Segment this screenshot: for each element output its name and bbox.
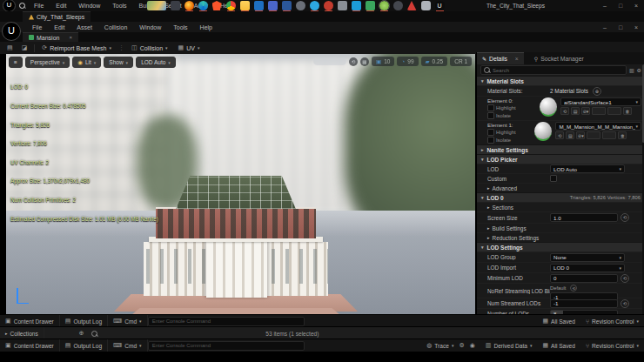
overlay-circle-icon[interactable]: ⟲ [349,57,358,66]
collections-expander[interactable]: ▸Collections [0,327,44,339]
editor-revision-control-button[interactable]: ⑂Revision Control▾ [580,318,644,325]
settings-gear-icon[interactable] [393,1,403,10]
tab-asset-mansion[interactable]: Mansion × [23,32,78,43]
tab-details[interactable]: ✎ Details × [477,52,524,64]
main-cmd-button[interactable]: ⌨Cmd▾ [108,339,148,352]
editor-maximize-button[interactable]: □ [613,24,628,30]
element-1-world-icon[interactable]: ⊘▾ [576,131,585,139]
display-filter-icon[interactable]: ▥ [629,67,634,73]
main-revision-control-button[interactable]: ⑂Revision Control▾ [580,343,644,349]
section-nanite-settings[interactable]: ▸Nanite Settings [477,144,644,154]
reimport-caret-icon[interactable]: ▾ [109,45,111,50]
red-c-app-icon[interactable] [324,1,333,10]
element-0-material-dropdown[interactable]: aiStandardSurface1▾ [560,97,641,106]
sections-row[interactable]: ▸Sections [477,202,644,211]
element-1-delete-icon[interactable]: 🗑 [618,131,627,139]
mansion-static-mesh[interactable] [126,176,344,314]
element-1-material-thumbnail[interactable] [534,122,552,141]
section-lod-settings[interactable]: ▾LOD Settings [477,242,644,251]
editor-content-drawer-button[interactable]: ▣Content Drawer [0,315,60,327]
task-view-icon[interactable] [171,1,180,10]
editor-all-saved-button[interactable]: ▦All Saved [537,318,580,325]
overlay-stat-4[interactable]: CR 1 [450,57,472,66]
uv-menu-button[interactable]: ▦ UV ▾ [178,44,200,51]
viewport[interactable]: ≡ Perspective▾ ◉Lit▾ Show▾ LOD Auto▾ ⟲ ▦… [6,54,475,314]
perspective-button[interactable]: Perspective▾ [25,57,70,68]
element-1-isolate-checkbox[interactable] [487,137,494,144]
editor-menu-help[interactable]: Help [194,24,218,30]
element-0-material-thumbnail[interactable] [540,97,557,117]
overlay-pill[interactable] [313,57,346,65]
maya-icon[interactable] [352,1,361,10]
editor-menu-window[interactable]: Window [133,24,167,30]
main-output-log-button[interactable]: ▤Output Log [60,339,108,352]
green-m-app-icon[interactable] [366,1,375,10]
maximize-button[interactable]: □ [613,3,628,9]
lod-auto-button[interactable]: LOD Auto▾ [136,57,176,68]
main-console-input[interactable]: Enter Console Command [148,341,305,351]
editor-output-log-button[interactable]: ▤Output Log [60,315,108,327]
material-slots-add-icon[interactable]: ⊕ [593,87,601,96]
chrome-icon[interactable] [226,1,236,10]
reimport-base-mesh-button[interactable]: ⟳ Reimport Base Mesh ▾ [42,44,111,51]
steam-icon[interactable] [296,1,305,10]
firefox-icon[interactable] [184,1,194,10]
menu-tools[interactable]: Tools [106,3,132,9]
unreal-taskbar-icon[interactable]: U [435,1,445,10]
editor-close-button[interactable]: × [628,24,644,30]
overlay-grid-icon[interactable]: ▦ [360,57,369,66]
element-1-highlight-checkbox[interactable] [487,129,494,136]
element-1-material-dropdown[interactable]: M_M_Mansion_M_M_Mansion_▾ [555,122,641,131]
chat-app-icon[interactable] [421,1,431,10]
browse-to-asset-icon[interactable]: ◪ [22,44,28,51]
main-content-drawer-button[interactable]: ▣Content Drawer [0,339,60,352]
collections-add-icon[interactable]: ⊕ [79,330,84,337]
collections-search-icon[interactable] [91,331,97,337]
build-settings-row[interactable]: ▸Build Settings [477,223,644,232]
minimum-lod-reset-icon[interactable]: ⟲ [621,274,629,283]
tab-socket-manager[interactable]: ⚲ Socket Manager [529,53,589,64]
menu-edit[interactable]: Edit [50,3,72,9]
gray-app-icon[interactable] [338,1,347,10]
details-search-input[interactable]: Search [480,65,627,75]
menu-window[interactable]: Window [72,3,106,9]
show-button[interactable]: Show▾ [104,57,133,68]
element-0-highlight-checkbox[interactable] [487,104,494,111]
lit-button[interactable]: ◉Lit▾ [72,57,101,68]
section-lod0[interactable]: ▾LOD 0 Triangles: 5,826 Vertices: 7,806 [477,192,644,202]
lod-picker-dropdown[interactable]: LOD Auto▾ [550,164,625,173]
lod-picker-advanced-row[interactable]: ▸Advanced [477,183,644,192]
element-1-option-a[interactable] [587,131,600,139]
active-green-app-icon[interactable] [379,1,389,10]
section-material-slots[interactable]: ▾Material Slots [477,76,644,85]
trace-button[interactable]: ◍Trace▾ [421,342,459,349]
editor-minimize-button[interactable]: – [597,24,613,30]
editor-menu-asset[interactable]: Asset [70,24,98,30]
num-streamed-reset-icon[interactable]: ⟲ [621,299,629,308]
element-0-world-icon[interactable]: ⊘▾ [581,107,590,115]
main-all-saved-button[interactable]: ▦All Saved [537,342,580,349]
overlay-stat-3[interactable]: ▰0.25 [421,57,448,66]
word-icon[interactable] [282,1,292,10]
viewport-options-button[interactable]: ≡ [9,57,23,68]
details-tab-close-icon[interactable]: × [515,56,519,62]
menu-file[interactable]: File [28,3,50,9]
lod-import-dropdown[interactable]: LOD 0▾ [550,264,625,272]
minimum-lod-input[interactable]: 0 [550,274,618,283]
close-button[interactable]: × [628,3,644,9]
editor-cmd-button[interactable]: ⌨Cmd▾ [108,315,148,327]
num-streamed-lods-input[interactable]: -1 [550,299,618,308]
element-0-option-a[interactable] [592,107,606,115]
screen-size-reset-icon[interactable]: ⟲ [621,213,629,222]
screen-size-input[interactable]: 1.0 [550,213,618,222]
details-settings-icon[interactable]: ⚙ [637,67,641,73]
calendar-icon[interactable] [268,1,278,10]
editor-console-input[interactable]: Enter Console Command [148,317,305,326]
element-0-use-selected-icon[interactable]: ⟲ [560,107,569,115]
lod-group-dropdown[interactable]: None▾ [550,253,625,262]
collision-menu-button[interactable]: ◫ Collision ▾ [131,44,168,51]
weather-widget[interactable] [147,1,166,10]
minimize-button[interactable]: – [597,3,613,9]
element-0-isolate-checkbox[interactable] [487,112,494,119]
outlook-icon[interactable] [254,1,264,10]
